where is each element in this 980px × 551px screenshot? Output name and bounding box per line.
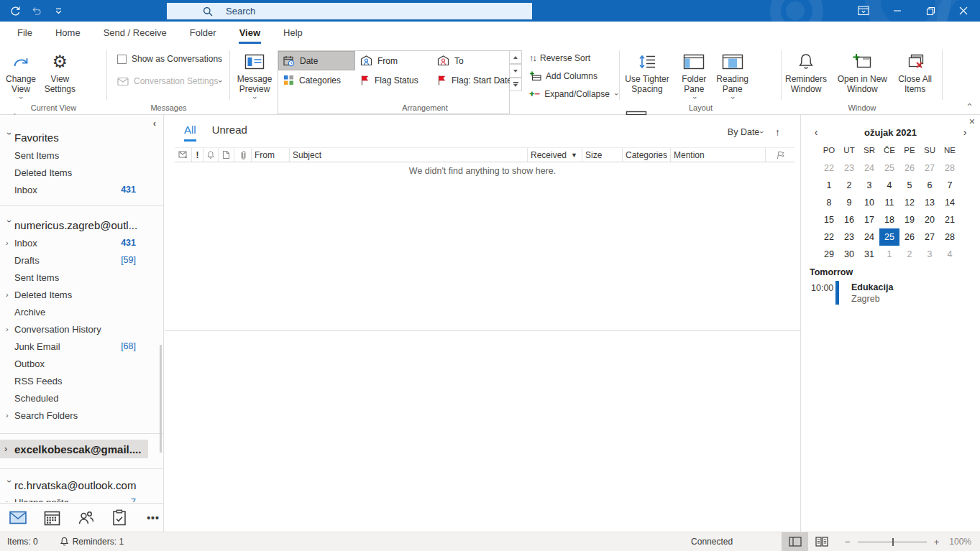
column-read-state[interactable] bbox=[175, 148, 192, 162]
gallery-scroll-up-button[interactable] bbox=[510, 50, 522, 64]
folder-item[interactable]: Deleted Items bbox=[0, 164, 163, 181]
collapse-ribbon-button[interactable]: › bbox=[963, 103, 974, 106]
column-flag[interactable] bbox=[766, 148, 794, 162]
tab-send-receive[interactable]: Send / Receive bbox=[92, 22, 178, 45]
folder-item[interactable]: › Search Folders bbox=[0, 407, 163, 424]
calendar-day[interactable]: 4 bbox=[879, 177, 899, 194]
column-from[interactable]: From bbox=[252, 148, 290, 162]
nav-calendar-button[interactable] bbox=[42, 509, 61, 527]
calendar-day[interactable]: 30 bbox=[839, 246, 859, 263]
change-view-button[interactable]: Change View› bbox=[3, 45, 39, 101]
calendar-day[interactable]: 2 bbox=[839, 177, 859, 194]
undo-button[interactable] bbox=[26, 0, 47, 22]
reminders-window-button[interactable]: Reminders Window bbox=[782, 45, 830, 94]
folder-item[interactable]: › Inbox 431 bbox=[0, 234, 163, 251]
column-item-type[interactable] bbox=[219, 148, 234, 162]
collapse-chevron-icon[interactable]: › bbox=[4, 220, 14, 230]
favorites-header[interactable]: › Favorites bbox=[0, 128, 163, 147]
close-todo-bar-button[interactable]: × bbox=[969, 116, 975, 127]
calendar-day[interactable]: 3 bbox=[920, 246, 940, 263]
calendar-day[interactable]: 19 bbox=[899, 211, 920, 228]
calendar-day[interactable]: 14 bbox=[940, 194, 960, 211]
folder-item[interactable]: › Deleted Items bbox=[0, 286, 163, 303]
calendar-day[interactable]: 4 bbox=[940, 246, 960, 263]
calendar-day[interactable]: 26 bbox=[899, 228, 920, 246]
calendar-day[interactable]: 15 bbox=[819, 211, 839, 228]
zoom-in-button[interactable]: + bbox=[934, 537, 940, 547]
calendar-day[interactable]: 12 bbox=[899, 194, 920, 211]
calendar-day[interactable]: 23 bbox=[839, 159, 859, 177]
close-all-items-button[interactable]: Close All Items bbox=[894, 45, 936, 94]
calendar-day[interactable]: 31 bbox=[859, 246, 879, 263]
minimize-folder-pane-button[interactable]: ‹ bbox=[153, 118, 156, 129]
calendar-day[interactable]: 13 bbox=[920, 194, 940, 211]
calendar-day[interactable]: 16 bbox=[839, 211, 859, 228]
nav-tasks-button[interactable] bbox=[110, 509, 129, 527]
restore-button[interactable] bbox=[914, 0, 947, 22]
calendar-day[interactable]: 11 bbox=[879, 194, 899, 211]
calendar-day[interactable]: 22 bbox=[819, 228, 839, 246]
customize-quick-access-button[interactable] bbox=[47, 0, 69, 22]
reminders-status[interactable]: Reminders: 1 bbox=[60, 537, 124, 547]
calendar-day[interactable]: 27 bbox=[920, 159, 940, 177]
column-received[interactable]: Received▼ bbox=[528, 148, 582, 162]
show-as-conversations-checkbox[interactable]: Show as Conversations bbox=[117, 54, 230, 64]
calendar-day[interactable]: 28 bbox=[940, 159, 960, 177]
use-tighter-spacing-button[interactable]: Use Tighter Spacing bbox=[620, 45, 674, 94]
tab-file[interactable]: File bbox=[6, 22, 44, 45]
tab-home[interactable]: Home bbox=[44, 22, 92, 45]
column-importance[interactable]: ! bbox=[192, 148, 203, 162]
calendar-day[interactable]: 21 bbox=[940, 211, 960, 228]
calendar-day[interactable]: 22 bbox=[819, 159, 839, 177]
tab-all[interactable]: All bbox=[184, 124, 196, 142]
calendar-day[interactable]: 29 bbox=[819, 246, 839, 263]
collapse-chevron-icon[interactable]: › bbox=[4, 480, 14, 490]
account-header-numericus[interactable]: › numericus.zagreb@outl... bbox=[0, 216, 163, 234]
folder-item[interactable]: Scheduled bbox=[0, 389, 163, 407]
calendar-day[interactable]: 28 bbox=[940, 228, 960, 246]
nav-mail-button[interactable] bbox=[9, 509, 27, 527]
event-item[interactable]: Edukacija bbox=[851, 282, 893, 292]
gallery-more-button[interactable] bbox=[510, 78, 522, 91]
zoom-out-button[interactable]: − bbox=[845, 537, 851, 547]
arrange-by-from[interactable]: From bbox=[355, 51, 432, 70]
nav-people-button[interactable] bbox=[76, 509, 95, 527]
calendar-day[interactable]: 26 bbox=[899, 159, 920, 177]
calendar-day[interactable]: 25 bbox=[879, 228, 899, 246]
calendar-day[interactable]: 27 bbox=[920, 228, 940, 246]
close-button[interactable] bbox=[947, 0, 980, 22]
folder-pane-scrollbar[interactable] bbox=[160, 345, 162, 453]
tab-view[interactable]: View bbox=[228, 22, 272, 45]
calendar-day[interactable]: 5 bbox=[899, 177, 920, 194]
calendar-day[interactable]: 3 bbox=[859, 177, 879, 194]
collapse-chevron-icon[interactable]: › bbox=[4, 132, 14, 142]
account-header-rc-hrvatska[interactable]: › rc.hrvatska@outlook.com bbox=[0, 476, 163, 494]
calendar-day[interactable]: 2 bbox=[899, 246, 920, 263]
calendar-day[interactable]: 18 bbox=[879, 211, 899, 228]
column-categories[interactable]: Categories bbox=[623, 148, 671, 162]
gallery-scroll-down-button[interactable] bbox=[510, 64, 522, 78]
calendar-day[interactable]: 23 bbox=[839, 228, 859, 246]
next-month-button[interactable]: › bbox=[958, 126, 971, 138]
calendar-day[interactable]: 25 bbox=[879, 159, 899, 177]
sort-by-dropdown[interactable]: By Date› bbox=[728, 127, 764, 137]
search-bar[interactable] bbox=[167, 3, 532, 19]
sort-direction-button[interactable]: ↑ bbox=[775, 126, 780, 138]
ribbon-display-options-button[interactable] bbox=[848, 0, 879, 22]
minimize-button[interactable] bbox=[881, 0, 914, 22]
search-input[interactable] bbox=[226, 6, 513, 17]
tab-help[interactable]: Help bbox=[272, 22, 314, 45]
calendar-day[interactable]: 20 bbox=[920, 211, 940, 228]
column-attachment[interactable] bbox=[234, 148, 252, 162]
calendar-day[interactable]: 24 bbox=[859, 228, 879, 246]
folder-item[interactable]: Junk Email [68] bbox=[0, 338, 163, 355]
arrange-by-flag-start-date[interactable]: Flag: Start Date bbox=[432, 70, 509, 90]
calendar-day[interactable]: 1 bbox=[879, 246, 899, 263]
view-settings-button[interactable]: ⚙ View Settings bbox=[41, 45, 78, 94]
arrange-by-flag-status[interactable]: Flag Status bbox=[355, 70, 432, 90]
calendar-day[interactable]: 6 bbox=[920, 177, 940, 194]
folder-item[interactable]: RSS Feeds bbox=[0, 372, 163, 389]
folder-item[interactable]: Outbox bbox=[0, 355, 163, 372]
calendar-day[interactable]: 1 bbox=[819, 177, 839, 194]
zoom-slider-thumb[interactable] bbox=[892, 538, 894, 546]
